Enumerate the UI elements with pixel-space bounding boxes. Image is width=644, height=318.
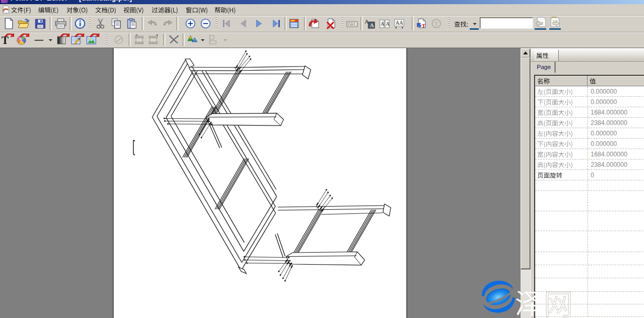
svg-text:T: T [422, 22, 426, 29]
svg-text:A: A [381, 21, 385, 27]
svg-text:T: T [435, 20, 438, 27]
svg-text:A: A [386, 21, 390, 27]
svg-text:AA: AA [396, 20, 403, 26]
svg-text:A: A [370, 22, 374, 28]
